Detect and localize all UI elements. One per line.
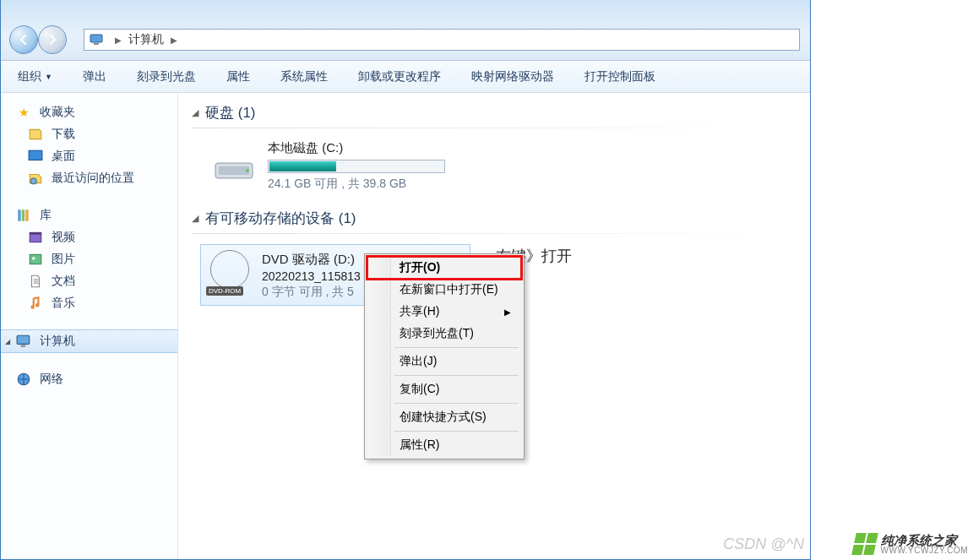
burn-button[interactable]: 刻录到光盘 bbox=[130, 66, 203, 88]
svg-point-11 bbox=[30, 305, 35, 309]
svg-point-3 bbox=[30, 178, 36, 184]
section-hdd-label: 硬盘 (1) bbox=[205, 103, 256, 122]
collapse-icon: ◢ bbox=[192, 213, 198, 224]
svg-rect-4 bbox=[18, 209, 20, 221]
address-bar[interactable]: ▶ 计算机 ▶ bbox=[84, 29, 800, 51]
dvd-status: 0 字节 可用 , 共 5 bbox=[262, 285, 361, 300]
sidebar-item-pictures[interactable]: 图片 bbox=[1, 248, 177, 270]
menu-item-eject[interactable]: 弹出(J) bbox=[367, 351, 521, 372]
dvd-badge: DVD-ROM bbox=[206, 286, 243, 296]
sidebar-item-label: 网络 bbox=[40, 372, 63, 387]
pictures-icon bbox=[28, 252, 43, 267]
svg-point-12 bbox=[35, 303, 40, 307]
menu-separator bbox=[394, 375, 519, 376]
sidebar-item-label: 计算机 bbox=[40, 334, 75, 349]
section-hdd-header[interactable]: ◢ 硬盘 (1) bbox=[192, 103, 796, 122]
menu-separator bbox=[394, 431, 519, 432]
back-button[interactable] bbox=[9, 25, 38, 54]
context-menu: 打开(O) 在新窗口中打开(E) 共享(H)▶ 刻录到光盘(T) 弹出(J) 复… bbox=[364, 253, 525, 459]
sidebar-item-desktop[interactable]: 桌面 bbox=[1, 145, 177, 167]
downloads-icon bbox=[28, 127, 43, 142]
organize-label: 组织 bbox=[18, 69, 41, 84]
hdd-icon bbox=[212, 148, 256, 185]
uninstall-button[interactable]: 卸载或更改程序 bbox=[351, 66, 448, 88]
breadcrumb-root[interactable]: 计算机 bbox=[127, 32, 166, 47]
svg-rect-9 bbox=[30, 254, 41, 264]
arrow-left-icon bbox=[17, 33, 30, 46]
menu-separator bbox=[394, 347, 519, 348]
svg-rect-13 bbox=[17, 335, 30, 344]
sidebar-item-recent[interactable]: 最近访问的位置 bbox=[1, 167, 177, 189]
section-removable-header[interactable]: ◢ 有可移动存储的设备 (1) bbox=[192, 209, 796, 228]
dvd-info: DVD 驱动器 (D:) 20220213_115813 0 字节 可用 , 共… bbox=[262, 250, 361, 300]
dvd-disc-label: 20220213_115813 bbox=[262, 269, 361, 283]
sidebar-favorites-label: 收藏夹 bbox=[40, 105, 75, 120]
videos-icon bbox=[28, 230, 43, 245]
sidebar-item-computer[interactable]: 计算机 bbox=[1, 329, 177, 353]
menu-item-share[interactable]: 共享(H)▶ bbox=[367, 301, 521, 323]
sidebar-item-label: 视频 bbox=[52, 230, 75, 245]
eject-button[interactable]: 弹出 bbox=[76, 66, 113, 88]
drive-name: 本地磁盘 (C:) bbox=[268, 140, 445, 156]
system-properties-button[interactable]: 系统属性 bbox=[274, 66, 334, 88]
music-icon bbox=[28, 296, 43, 311]
breadcrumb-sep: ▶ bbox=[171, 35, 177, 45]
menu-item-copy[interactable]: 复制(C) bbox=[367, 378, 521, 400]
properties-button[interactable]: 属性 bbox=[220, 66, 257, 88]
desktop-icon bbox=[28, 149, 43, 164]
forward-button[interactable] bbox=[38, 25, 67, 54]
chevron-down-icon: ▼ bbox=[45, 73, 52, 81]
collapse-icon: ◢ bbox=[192, 107, 198, 118]
drive-status: 24.1 GB 可用 , 共 39.8 GB bbox=[268, 177, 445, 192]
drive-item-c[interactable]: 本地磁盘 (C:) 24.1 GB 可用 , 共 39.8 GB bbox=[192, 135, 796, 209]
map-drive-button[interactable]: 映射网络驱动器 bbox=[465, 66, 561, 88]
menu-item-create-shortcut[interactable]: 创建快捷方式(S) bbox=[367, 406, 521, 428]
menu-item-label: 共享(H) bbox=[400, 304, 439, 318]
divider bbox=[192, 128, 796, 128]
sidebar-item-label: 最近访问的位置 bbox=[52, 171, 134, 186]
arrow-right-icon bbox=[46, 33, 59, 46]
svg-rect-0 bbox=[90, 35, 102, 42]
menu-item-open[interactable]: 打开(O) bbox=[367, 257, 521, 279]
control-panel-button[interactable]: 打开控制面板 bbox=[578, 66, 662, 88]
svg-rect-14 bbox=[21, 345, 26, 347]
sidebar-item-downloads[interactable]: 下载 bbox=[1, 123, 177, 145]
sidebar-item-music[interactable]: 音乐 bbox=[1, 292, 177, 314]
svg-rect-1 bbox=[94, 43, 99, 45]
divider bbox=[192, 233, 796, 234]
sidebar-item-label: 文档 bbox=[52, 274, 75, 289]
sidebar-item-label: 下载 bbox=[52, 127, 75, 142]
brand-name: 纯净系统之家 bbox=[881, 534, 968, 546]
sidebar-item-label: 库 bbox=[40, 208, 52, 223]
documents-icon bbox=[28, 274, 43, 289]
watermark-csdn: CSDN @^N bbox=[723, 536, 804, 553]
svg-point-10 bbox=[32, 257, 35, 259]
dvd-icon: DVD-ROM bbox=[208, 250, 252, 294]
organize-button[interactable]: 组织▼ bbox=[11, 66, 59, 88]
drive-info: 本地磁盘 (C:) 24.1 GB 可用 , 共 39.8 GB bbox=[268, 140, 445, 192]
sidebar: ★ 收藏夹 下载 桌面 最近访问的位置 bbox=[1, 93, 178, 559]
svg-rect-5 bbox=[22, 209, 24, 221]
titlebar: ▶ 计算机 ▶ bbox=[1, 0, 810, 61]
sidebar-favorites-header[interactable]: ★ 收藏夹 bbox=[1, 101, 177, 123]
libraries-icon bbox=[16, 208, 31, 223]
menu-separator bbox=[394, 403, 519, 404]
section-removable-label: 有可移动存储的设备 (1) bbox=[205, 209, 356, 228]
computer-icon bbox=[90, 34, 105, 46]
brand-logo-icon bbox=[851, 533, 878, 555]
sidebar-libraries-header[interactable]: 库 bbox=[1, 204, 177, 226]
menu-item-burn[interactable]: 刻录到光盘(T) bbox=[367, 323, 521, 345]
dvd-name: DVD 驱动器 (D:) bbox=[262, 252, 361, 268]
sidebar-item-videos[interactable]: 视频 bbox=[1, 226, 177, 248]
network-icon bbox=[16, 372, 31, 387]
menu-item-open-new-window[interactable]: 在新窗口中打开(E) bbox=[367, 279, 521, 301]
explorer-window: ▶ 计算机 ▶ 组织▼ 弹出 刻录到光盘 属性 系统属性 卸载或更改程序 映射网… bbox=[0, 0, 811, 560]
star-icon: ★ bbox=[16, 105, 31, 120]
sidebar-item-label: 图片 bbox=[52, 252, 75, 267]
nav-buttons bbox=[9, 25, 67, 54]
menu-item-properties[interactable]: 属性(R) bbox=[367, 434, 521, 456]
sidebar-item-documents[interactable]: 文档 bbox=[1, 270, 177, 292]
svg-rect-8 bbox=[30, 232, 41, 234]
sidebar-item-network[interactable]: 网络 bbox=[1, 368, 177, 390]
drive-usage-bar bbox=[268, 160, 445, 173]
